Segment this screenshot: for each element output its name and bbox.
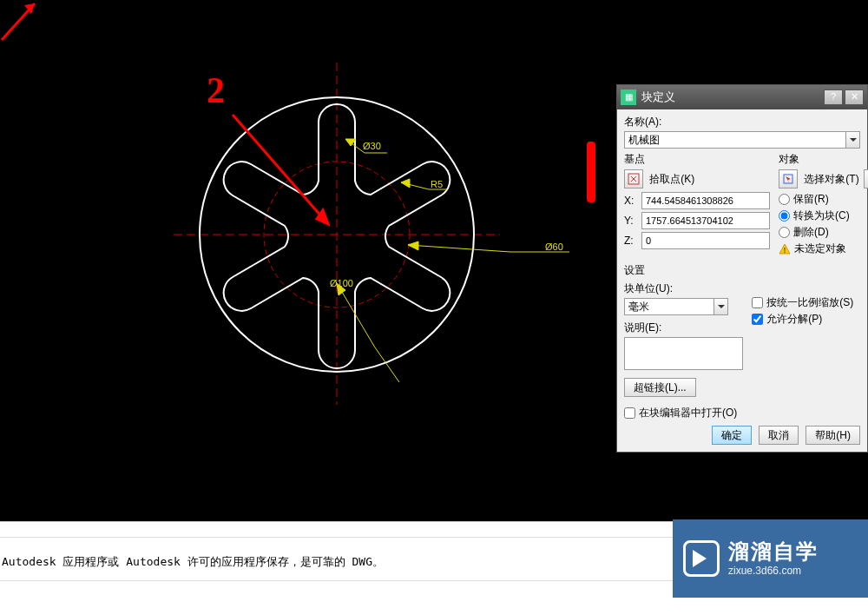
dim-phi30: Ø30	[363, 141, 381, 151]
svg-marker-9	[401, 179, 410, 188]
retain-label: 保留(R)	[793, 192, 829, 207]
open-in-editor-label: 在块编辑器中打开(O)	[639, 406, 737, 420]
svg-line-10	[408, 245, 510, 252]
settings-title: 设置	[624, 263, 860, 278]
scale-uniform-label: 按统一比例缩放(S)	[766, 295, 853, 310]
pick-point-button[interactable]	[624, 169, 643, 188]
annotation-marker-2: 2	[207, 69, 225, 111]
z-input[interactable]	[641, 232, 770, 249]
dialog-titlebar[interactable]: ▦ 块定义 ? ✕	[617, 85, 867, 109]
status-message: Autodesk 应用程序或 Autodesk 许可的应用程序保存，是可靠的 D…	[2, 554, 384, 570]
svg-marker-12	[408, 241, 418, 250]
watermark-url: zixue.3d66.com	[728, 565, 819, 577]
quick-select-button[interactable]	[864, 169, 868, 188]
dim-r5: R5	[431, 179, 443, 189]
basepoint-title: 基点	[624, 152, 770, 167]
select-objects-button[interactable]	[779, 169, 798, 188]
objects-title: 对象	[779, 152, 868, 167]
play-icon	[683, 540, 720, 577]
svg-text:!: !	[784, 246, 786, 255]
z-label: Z:	[624, 235, 636, 247]
select-objects-label: 选择对象(T)	[804, 173, 858, 185]
convert-radio[interactable]	[779, 210, 790, 222]
blockunit-combo[interactable]	[624, 298, 728, 315]
dialog-help-button[interactable]: ?	[824, 89, 843, 105]
annotation-marker-1	[587, 142, 595, 202]
retain-radio[interactable]	[779, 194, 790, 205]
no-selection-label: 未选定对象	[794, 241, 846, 256]
chevron-down-icon[interactable]	[713, 299, 727, 314]
annotation-arrow-1	[0, 0, 38, 42]
watermark-title: 溜溜自学	[728, 539, 819, 565]
block-definition-dialog: ▦ 块定义 ? ✕ 名称(A): 基点 拾取点(K)	[616, 84, 868, 453]
help-button[interactable]: 帮助(H)	[806, 426, 860, 445]
y-label: Y:	[624, 215, 636, 227]
dialog-title: 块定义	[641, 89, 824, 105]
scale-uniform-checkbox[interactable]	[752, 297, 763, 308]
allow-explode-checkbox[interactable]	[752, 314, 763, 325]
desc-label: 说明(E):	[624, 321, 743, 335]
hyperlink-button[interactable]: 超链接(L)...	[624, 378, 696, 397]
convert-label: 转换为块(C)	[793, 208, 850, 223]
x-label: X:	[624, 195, 636, 207]
open-in-editor-checkbox[interactable]	[624, 407, 635, 419]
delete-radio[interactable]	[779, 227, 790, 238]
cancel-button[interactable]: 取消	[759, 426, 799, 445]
delete-label: 删除(D)	[793, 225, 829, 240]
dim-phi100: Ø100	[330, 278, 353, 288]
dialog-close-button[interactable]: ✕	[845, 89, 864, 105]
watermark: 溜溜自学 zixue.3d66.com	[673, 519, 868, 598]
blockunit-label: 块单位(U):	[624, 281, 743, 296]
ok-button[interactable]: 确定	[712, 426, 752, 445]
chevron-down-icon[interactable]	[845, 132, 859, 148]
name-label: 名称(A):	[624, 115, 860, 129]
allow-explode-label: 允许分解(P)	[766, 312, 822, 327]
description-textarea[interactable]	[624, 337, 743, 370]
dialog-icon: ▦	[621, 89, 636, 105]
x-input[interactable]	[641, 192, 770, 209]
y-input[interactable]	[641, 212, 770, 229]
pick-point-label: 拾取点(K)	[649, 173, 694, 185]
name-combo[interactable]	[624, 131, 860, 149]
warning-icon: !	[779, 243, 791, 255]
svg-line-16	[233, 115, 328, 224]
dim-phi60: Ø60	[545, 241, 563, 252]
